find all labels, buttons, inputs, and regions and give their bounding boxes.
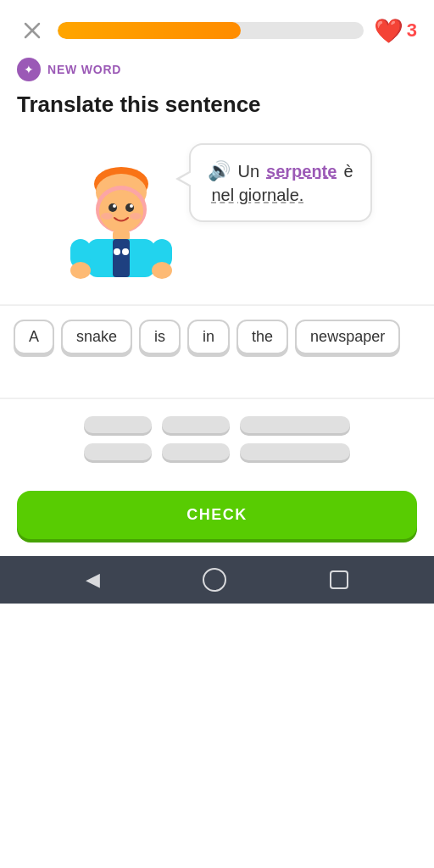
character-illustration	[62, 152, 181, 287]
svg-rect-14	[113, 239, 130, 277]
word-chip-3[interactable]	[240, 416, 350, 433]
word-chip-1[interactable]	[84, 416, 152, 433]
speech-bubble: 🔊 Un serpente è nel giornale.	[189, 143, 371, 222]
answer-tokens: A snake is in the newspaper	[14, 320, 420, 354]
word-chip-6[interactable]	[240, 443, 350, 460]
highlight-word: serpente	[266, 162, 337, 181]
bubble-prefix: Un	[237, 162, 259, 181]
hearts-count: 3	[407, 19, 417, 42]
new-word-badge: ✦ NEW WORD	[0, 54, 434, 88]
check-button[interactable]: CHECK	[17, 491, 417, 539]
token-is[interactable]: is	[139, 320, 181, 354]
character-area: 🔊 Un serpente è nel giornale.	[0, 135, 434, 304]
token-a[interactable]: A	[14, 320, 54, 354]
svg-point-7	[125, 203, 134, 212]
badge-star: ✦	[24, 63, 34, 76]
back-button[interactable]: ◀	[86, 569, 100, 591]
heart-icon: ❤️	[374, 17, 403, 45]
close-button[interactable]	[17, 15, 47, 46]
divider-middle	[0, 398, 434, 399]
svg-point-5	[99, 190, 143, 232]
word-bank	[0, 406, 434, 477]
hearts-display: ❤️ 3	[374, 17, 417, 45]
bubble-line1: 🔊 Un serpente è	[208, 160, 353, 182]
svg-point-11	[130, 213, 142, 220]
svg-point-6	[108, 203, 117, 212]
header: ❤️ 3	[0, 0, 434, 54]
token-newspaper[interactable]: newspaper	[295, 320, 400, 354]
speaker-icon[interactable]: 🔊	[208, 160, 231, 182]
svg-point-15	[114, 248, 120, 255]
check-button-container: CHECK	[0, 477, 434, 556]
bubble-line2: nel giornale.	[208, 186, 353, 205]
bubble-suffix: è	[343, 162, 353, 181]
word-chip-2[interactable]	[162, 416, 230, 433]
svg-point-19	[70, 262, 91, 279]
word-chip-4[interactable]	[84, 443, 152, 460]
token-in[interactable]: in	[187, 320, 230, 354]
home-button[interactable]	[203, 568, 226, 592]
badge-label: NEW WORD	[47, 63, 121, 76]
answer-area: A snake is in the newspaper	[0, 306, 434, 391]
word-chip-5[interactable]	[162, 443, 230, 460]
badge-icon: ✦	[17, 58, 41, 81]
svg-point-16	[122, 248, 129, 255]
word-bank-row-1	[14, 416, 420, 433]
token-the[interactable]: the	[236, 320, 288, 354]
svg-point-10	[101, 213, 113, 220]
svg-point-8	[113, 204, 116, 208]
token-snake[interactable]: snake	[61, 320, 132, 354]
page-title: Translate this sentence	[0, 88, 434, 135]
progress-bar	[58, 22, 364, 39]
bottom-nav-bar: ◀	[0, 556, 434, 604]
progress-bar-fill	[58, 22, 241, 39]
svg-point-9	[130, 204, 133, 208]
recents-button[interactable]	[330, 570, 348, 589]
word-bank-row-2	[14, 443, 420, 460]
svg-point-20	[152, 262, 172, 279]
